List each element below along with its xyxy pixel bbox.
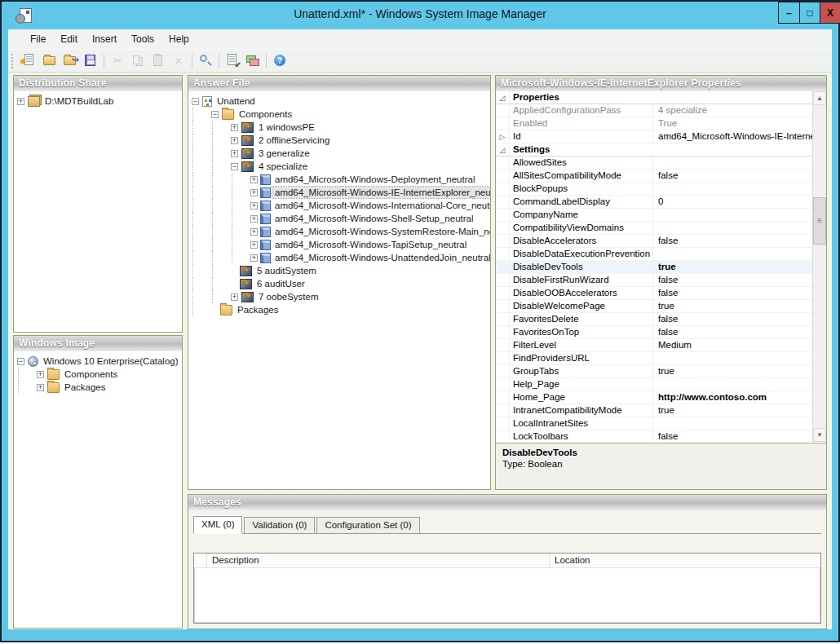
property-row-grouptabs[interactable]: GroupTabstrue	[496, 365, 812, 378]
paste-icon[interactable]	[151, 54, 166, 68]
property-row-help-page[interactable]: Help_Page	[496, 378, 812, 391]
property-row-locktoolbars[interactable]: LockToolbarsfalse	[496, 430, 812, 442]
property-value[interactable]: true	[653, 300, 812, 313]
property-row-compatibilityviewdomains[interactable]: CompatibilityViewDomains	[496, 222, 812, 235]
expand-icon[interactable]: +	[250, 176, 258, 183]
tree-node-components[interactable]: − Components	[188, 108, 490, 121]
tree-node-ie-internetexplorer[interactable]: + amd64_Microsoft-Windows-IE-InternetExp…	[188, 186, 490, 199]
property-row-intranetcompatibilitymode[interactable]: IntranetCompatibilityModetrue	[496, 404, 812, 417]
property-value[interactable]	[653, 248, 812, 261]
property-row-disableoobaccelerators[interactable]: DisableOOBAcceleratorsfalse	[496, 287, 812, 300]
scroll-down-icon[interactable]: ▼	[813, 428, 826, 442]
property-value[interactable]: false	[653, 313, 812, 326]
create-configuration-set-icon[interactable]	[245, 54, 260, 68]
expand-icon[interactable]: +	[37, 384, 44, 391]
property-row-favoritesdelete[interactable]: FavoritesDeletefalse	[496, 313, 812, 326]
tree-node-systemrestore-main[interactable]: + amd64_Microsoft-Windows-SystemRestore-…	[188, 225, 490, 238]
property-value[interactable]	[653, 183, 812, 196]
expand-icon[interactable]: +	[231, 150, 238, 157]
tree-node-wi-components[interactable]: + Components	[14, 368, 182, 381]
help-icon[interactable]: ?	[272, 54, 287, 68]
tree-node-2-offlineservicing[interactable]: + 2 offlineServicing	[188, 134, 490, 147]
tree-node-deployment[interactable]: + amd64_Microsoft-Windows-Deployment_neu…	[188, 173, 490, 186]
menu-insert[interactable]: Insert	[85, 31, 124, 47]
collapse-icon[interactable]: −	[211, 111, 219, 118]
expand-triangle-icon[interactable]: ▷	[496, 130, 510, 143]
property-row-blockpopups[interactable]: BlockPopups	[496, 183, 812, 196]
expand-icon[interactable]: +	[231, 293, 238, 301]
minimize-button[interactable]: –	[778, 2, 799, 24]
toolbar-grip[interactable]	[11, 54, 15, 68]
property-value[interactable]: true	[653, 365, 812, 378]
property-row-allsitescompatibilitymode[interactable]: AllSitesCompatibilityModefalse	[496, 170, 812, 183]
tab-configuration-set[interactable]: Configuration Set (0)	[316, 517, 419, 533]
collapse-triangle-icon[interactable]: ◿	[496, 143, 510, 157]
property-value[interactable]	[653, 209, 812, 222]
property-value[interactable]: false	[653, 287, 812, 300]
expand-icon[interactable]: +	[17, 98, 24, 105]
expand-icon[interactable]: +	[250, 189, 258, 196]
tree-node-tapisetup[interactable]: + amd64_Microsoft-Windows-TapiSetup_neut…	[188, 238, 490, 251]
menu-file[interactable]: File	[23, 31, 53, 47]
property-value[interactable]: 0	[653, 196, 812, 209]
scrollbar-thumb[interactable]: ≡	[813, 197, 826, 245]
property-value[interactable]: false	[653, 170, 812, 183]
property-row-findprovidersurl[interactable]: FindProvidersURL	[496, 352, 812, 365]
collapse-icon[interactable]: −	[17, 358, 24, 365]
copy-icon[interactable]	[130, 54, 145, 68]
open-distribution-share-icon[interactable]	[63, 54, 77, 68]
tree-node-6-audituser[interactable]: 6 auditUser	[188, 277, 490, 290]
column-location[interactable]: Location	[550, 554, 820, 567]
property-row-disableaccelerators[interactable]: DisableAcceleratorsfalse	[496, 235, 812, 248]
cut-icon[interactable]: ✂	[110, 54, 125, 68]
find-icon[interactable]	[198, 54, 213, 68]
expand-icon[interactable]: +	[250, 254, 258, 262]
tree-node-windows10-catalog[interactable]: − Windows 10 Enterprise(Catalog)	[14, 355, 182, 368]
tree-node-7-oobesystem[interactable]: + 7 oobeSystem	[188, 290, 490, 303]
property-group-settings[interactable]: ◿ Settings	[496, 143, 812, 157]
property-value[interactable]	[653, 157, 812, 170]
menu-edit[interactable]: Edit	[53, 31, 85, 47]
property-row-companyname[interactable]: CompanyName	[496, 209, 812, 222]
property-row-home-page[interactable]: Home_Pagehttp://www.contoso.com	[496, 391, 812, 404]
property-value[interactable]: false	[653, 274, 812, 287]
open-file-icon[interactable]	[42, 54, 57, 68]
property-value[interactable]	[653, 352, 812, 365]
validate-answer-file-icon[interactable]	[225, 54, 240, 68]
tree-node-international-core[interactable]: + amd64_Microsoft-Windows-International-…	[188, 199, 490, 212]
expand-icon[interactable]: +	[250, 215, 258, 223]
property-row-commandlabeldisplay[interactable]: CommandLabelDisplay0	[496, 196, 812, 209]
property-value[interactable]: false	[653, 235, 812, 248]
tree-node-mdtbuildlab[interactable]: + D:\MDTBuildLab	[14, 95, 182, 108]
expand-icon[interactable]: +	[250, 202, 258, 210]
property-row-favoritesontop[interactable]: FavoritesOnTopfalse	[496, 326, 812, 339]
expand-icon[interactable]: +	[250, 228, 258, 236]
property-row-localintranetsites[interactable]: LocalIntranetSites	[496, 417, 812, 430]
close-button[interactable]: X	[820, 2, 840, 24]
collapse-triangle-icon[interactable]: ◿	[496, 91, 510, 104]
tree-node-shell-setup[interactable]: + amd64_Microsoft-Windows-Shell-Setup_ne…	[188, 212, 490, 225]
property-row-allowedsites[interactable]: AllowedSites	[496, 157, 812, 170]
maximize-button[interactable]: □	[799, 2, 820, 24]
scroll-up-icon[interactable]: ▲	[813, 91, 826, 105]
tab-xml[interactable]: XML (0)	[193, 516, 242, 534]
expand-icon[interactable]: +	[231, 137, 238, 144]
property-value[interactable]: true	[653, 261, 812, 274]
property-row-disablewelcomepage[interactable]: DisableWelcomePagetrue	[496, 300, 812, 313]
property-value[interactable]: Medium	[653, 339, 812, 352]
tree-node-wi-packages[interactable]: + Packages	[14, 381, 182, 394]
property-row-enabled[interactable]: Enabled True	[496, 117, 812, 130]
tree-node-5-auditsystem[interactable]: 5 auditSystem	[188, 264, 490, 277]
tree-node-packages[interactable]: Packages	[188, 303, 490, 316]
property-value[interactable]	[653, 378, 812, 391]
tree-node-unattend[interactable]: − Unattend	[188, 95, 490, 108]
property-value[interactable]	[653, 222, 812, 235]
collapse-icon[interactable]: −	[231, 163, 238, 170]
property-row-disablefirstrunwizard[interactable]: DisableFirstRunWizardfalse	[496, 274, 812, 287]
property-value[interactable]: true	[653, 404, 812, 417]
column-description[interactable]: Description	[207, 554, 550, 567]
menu-tools[interactable]: Tools	[124, 31, 161, 47]
property-value[interactable]: http://www.contoso.com	[653, 391, 812, 404]
tree-node-3-generalize[interactable]: + 3 generalize	[188, 147, 490, 160]
property-value[interactable]: false	[653, 326, 812, 339]
